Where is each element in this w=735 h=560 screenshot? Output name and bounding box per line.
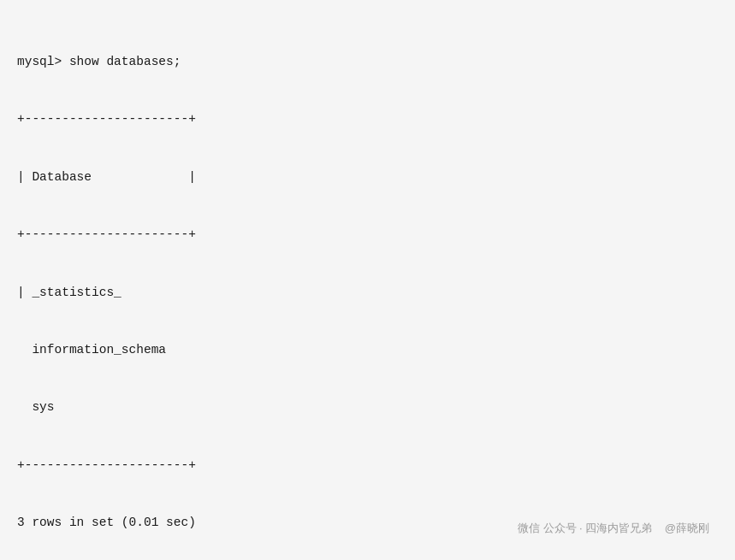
line-8: +----------------------+: [17, 456, 718, 475]
terminal-container: mysql> show databases; +----------------…: [0, 0, 735, 560]
watermark-sub: @薛晓刚: [665, 522, 709, 534]
line-5: | _statistics_: [17, 283, 718, 302]
line-2: +----------------------+: [17, 109, 718, 128]
watermark-icon: 微信: [518, 522, 540, 534]
line-7: sys: [17, 398, 718, 416]
line-1: mysql> show databases;: [17, 52, 718, 71]
watermark-text: 公众号 · 四海内皆兄弟: [543, 522, 653, 534]
terminal-output: mysql> show databases; +----------------…: [17, 14, 718, 560]
line-4: +----------------------+: [17, 225, 718, 244]
line-6: information_schema: [17, 340, 718, 359]
line-3: | Database |: [17, 168, 718, 186]
watermark: 微信 公众号 · 四海内皆兄弟 @薛晓刚: [518, 521, 709, 536]
